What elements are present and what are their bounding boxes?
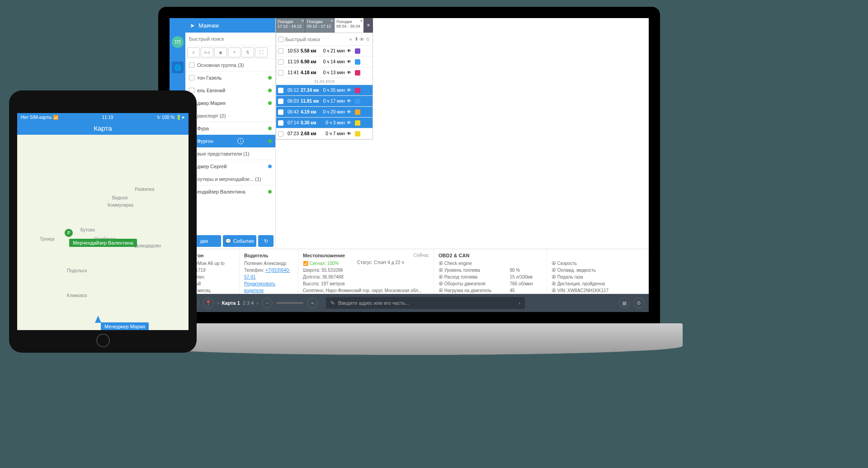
tracker-item[interactable]: тон Газель bbox=[185, 71, 275, 84]
group-header[interactable]: вые представители (1) bbox=[185, 147, 275, 160]
tracker-name: ендайзер Валентина bbox=[197, 189, 245, 194]
download-icon[interactable]: ⬇ bbox=[354, 35, 359, 43]
trip-row[interactable]: 10:535.58 км0 ч 21 мин👁 bbox=[276, 46, 373, 57]
trip-tab[interactable]: Поездки08.04 - 30.04× bbox=[335, 18, 364, 33]
clock: 11:19 bbox=[58, 115, 157, 120]
tracker-item[interactable]: ендайзер Валентина bbox=[185, 185, 275, 198]
trip-tab[interactable]: Поездки03.12 - 17.12× bbox=[305, 18, 335, 33]
tracker-item[interactable]: джер Сергей bbox=[185, 160, 275, 173]
history-button[interactable]: ↻ bbox=[258, 235, 274, 247]
trip-checkbox[interactable] bbox=[278, 99, 283, 104]
zoom-in-icon[interactable]: + bbox=[307, 298, 318, 308]
close-icon[interactable]: × bbox=[331, 19, 333, 23]
map-place-label: Коммунарка bbox=[108, 203, 133, 208]
prev-map-icon[interactable]: ‹ bbox=[217, 300, 219, 306]
toolbar-button[interactable]: A-z bbox=[201, 47, 213, 57]
eye-icon[interactable]: 👁 bbox=[347, 48, 353, 53]
home-button[interactable] bbox=[96, 334, 110, 347]
eye-icon[interactable]: 👁 bbox=[347, 109, 353, 114]
map-marker[interactable]: Мерчендайзер Валентина bbox=[69, 239, 137, 247]
toolbar-button[interactable]: ◉ bbox=[214, 47, 227, 57]
map-tab-active[interactable]: Карта 1 bbox=[222, 300, 240, 306]
trip-row[interactable]: 11:196.98 км0 ч 14 мин👁 bbox=[276, 57, 373, 67]
trip-tab[interactable]: Поездки17.12 - 19.12× bbox=[276, 18, 305, 33]
group-checkbox[interactable] bbox=[189, 62, 194, 68]
trip-row[interactable]: 06:424.19 км0 ч 20 мин👁 bbox=[276, 107, 373, 118]
address-search[interactable]: ✎ Введите адрес или его часть... › bbox=[326, 297, 525, 309]
events-button[interactable]: 💬 События bbox=[223, 235, 257, 247]
status-dot bbox=[268, 139, 272, 143]
pin-icon[interactable]: 📍 bbox=[203, 298, 214, 308]
trip-checkbox[interactable] bbox=[278, 48, 283, 54]
close-icon[interactable]: × bbox=[360, 19, 363, 23]
search-input[interactable] bbox=[189, 36, 272, 42]
close-icon[interactable]: × bbox=[453, 51, 456, 57]
globe-icon[interactable]: 🌐 bbox=[172, 61, 184, 73]
trip-duration: 0 ч 3 мин bbox=[321, 120, 345, 125]
tablet-map[interactable]: P ВидноеРазвилкаДомодедовоПодольскЩербин… bbox=[17, 135, 189, 330]
close-icon[interactable]: × bbox=[444, 98, 447, 105]
tracker-item[interactable]: джер Мария bbox=[185, 97, 275, 109]
map-pager: ‹ Карта 1 2 3 4 › bbox=[217, 300, 258, 306]
zoom-out-icon[interactable]: − bbox=[262, 298, 273, 308]
tracker-item[interactable]: Фура bbox=[185, 122, 275, 135]
zoom-slider[interactable] bbox=[276, 302, 303, 304]
eye-off-icon[interactable]: ⦸ bbox=[365, 35, 371, 43]
trip-row[interactable]: 11:414.18 км0 ч 13 мин👁 bbox=[276, 67, 373, 78]
map-marker[interactable]: Менеджер Мария bbox=[101, 322, 149, 330]
eye-icon[interactable]: 👁 bbox=[347, 88, 353, 93]
group-header[interactable]: ранспорт (2) bbox=[185, 109, 275, 122]
group-header[interactable]: оутеры и мерчендайзе... (1) bbox=[185, 173, 275, 185]
trip-checkbox[interactable] bbox=[278, 131, 283, 137]
map-page[interactable]: 4 bbox=[251, 300, 254, 306]
toolbar-button[interactable]: ⌖ bbox=[228, 47, 241, 57]
trip-row[interactable]: 07:232.68 км0 ч 7 мин👁 bbox=[276, 128, 373, 139]
trip-time: 06:03 bbox=[285, 99, 299, 104]
edit-driver-link[interactable]: Редактировать водителя bbox=[244, 280, 293, 294]
current-location-icon[interactable] bbox=[95, 316, 101, 323]
trip-checkbox[interactable] bbox=[278, 109, 283, 115]
trip-row[interactable]: 05:1227.24 км0 ч 35 мин👁 bbox=[276, 85, 373, 96]
toolbar-button[interactable]: ⇅ bbox=[241, 47, 254, 57]
item-checkbox[interactable] bbox=[189, 75, 194, 80]
close-icon[interactable]: × bbox=[348, 35, 354, 43]
eye-icon[interactable]: 👁 bbox=[359, 35, 365, 43]
trip-checkbox[interactable] bbox=[278, 70, 283, 76]
toolbar-button[interactable]: ⛶ bbox=[255, 47, 268, 57]
driver-name: Полянин Александр bbox=[244, 260, 293, 267]
select-all-checkbox[interactable] bbox=[278, 37, 283, 42]
tools-icon[interactable]: ⚙ bbox=[633, 298, 644, 308]
toolbar-button[interactable]: ≡ bbox=[187, 47, 200, 57]
map-page[interactable]: 3 bbox=[247, 300, 250, 306]
trip-checkbox[interactable] bbox=[278, 59, 283, 65]
map-place-label: Настасьино bbox=[554, 133, 579, 138]
eye-icon[interactable]: 👁 bbox=[347, 120, 353, 125]
eye-icon[interactable]: 👁 bbox=[347, 59, 353, 64]
close-all-icon[interactable]: × bbox=[364, 18, 373, 33]
obd-value: 90 % bbox=[509, 267, 542, 274]
next-map-icon[interactable]: › bbox=[256, 300, 258, 306]
map-place-label: Малые Горки bbox=[513, 127, 541, 132]
close-icon[interactable]: × bbox=[302, 19, 304, 23]
trip-checkbox[interactable] bbox=[278, 88, 283, 93]
finish-marker-icon[interactable]: ⚑ bbox=[576, 113, 586, 123]
trip-row[interactable]: 06:0311.81 км0 ч 17 мин👁 bbox=[276, 96, 373, 107]
map-page[interactable]: 2 bbox=[243, 300, 245, 306]
trip-duration: 0 ч 20 мин bbox=[321, 109, 345, 114]
trip-row[interactable]: 07:140.30 км0 ч 3 мин👁 bbox=[276, 118, 373, 128]
tracker-item[interactable]: ель Евгений bbox=[185, 84, 275, 97]
layers-icon[interactable]: ▦ bbox=[619, 298, 630, 308]
date-header: 21.04.2019 bbox=[276, 78, 373, 85]
trips-search-input[interactable] bbox=[285, 37, 348, 42]
eye-icon[interactable]: 👁 bbox=[347, 99, 353, 104]
eye-icon[interactable]: 👁 bbox=[347, 70, 353, 75]
trip-checkbox[interactable] bbox=[278, 120, 283, 126]
info-icon[interactable]: i bbox=[237, 138, 244, 144]
eye-icon[interactable]: 👁 bbox=[347, 131, 353, 136]
tracker-item[interactable]: Фургонi bbox=[185, 135, 275, 147]
user-avatar[interactable]: ТП bbox=[172, 36, 184, 48]
color-swatch bbox=[355, 131, 360, 137]
close-icon[interactable]: × bbox=[600, 62, 603, 69]
parking-marker-icon[interactable]: P bbox=[65, 229, 73, 237]
group-header[interactable]: Основная группа (3) bbox=[185, 59, 275, 71]
